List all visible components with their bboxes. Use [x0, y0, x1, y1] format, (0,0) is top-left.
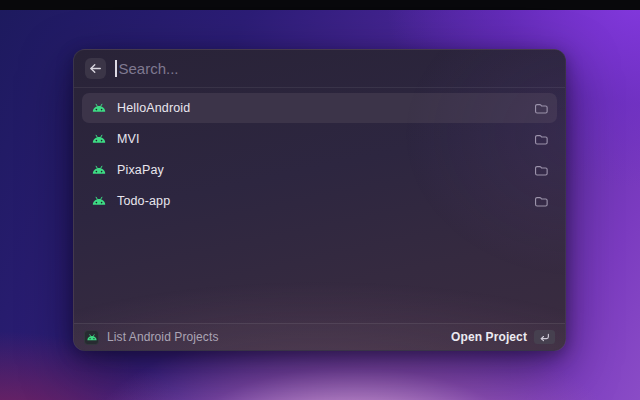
project-name: PixaPay — [117, 163, 164, 177]
text-cursor — [115, 60, 117, 77]
footer-bar: List Android Projects Open Project — [74, 323, 565, 350]
open-project-label: Open Project — [451, 330, 527, 344]
android-icon — [91, 196, 107, 206]
folder-icon — [534, 195, 548, 208]
folder-icon — [534, 164, 548, 177]
return-key-icon — [534, 330, 555, 344]
project-name: Todo-app — [117, 194, 170, 208]
macos-menu-bar — [0, 0, 640, 10]
list-item-pixapay[interactable]: PixaPay — [82, 155, 557, 185]
folder-icon — [534, 133, 548, 146]
search-input[interactable] — [119, 60, 555, 77]
android-icon — [91, 165, 107, 175]
android-icon — [86, 334, 98, 341]
project-name: MVI — [117, 132, 140, 146]
launcher-window: HelloAndroid MVI PixaPay — [73, 49, 566, 351]
folder-icon — [534, 102, 548, 115]
extension-name: List Android Projects — [107, 330, 219, 344]
project-list: HelloAndroid MVI PixaPay — [74, 88, 565, 217]
list-item-helloandroid[interactable]: HelloAndroid — [82, 93, 557, 123]
open-project-button[interactable]: Open Project — [451, 330, 555, 344]
extension-badge — [84, 330, 99, 345]
empty-results-area — [74, 217, 565, 323]
list-item-mvi[interactable]: MVI — [82, 124, 557, 154]
project-name: HelloAndroid — [117, 101, 190, 115]
back-button[interactable] — [85, 58, 106, 79]
search-bar — [74, 50, 565, 88]
list-item-todo-app[interactable]: Todo-app — [82, 186, 557, 216]
android-icon — [91, 134, 107, 144]
arrow-left-icon — [89, 63, 102, 74]
android-icon — [91, 103, 107, 113]
